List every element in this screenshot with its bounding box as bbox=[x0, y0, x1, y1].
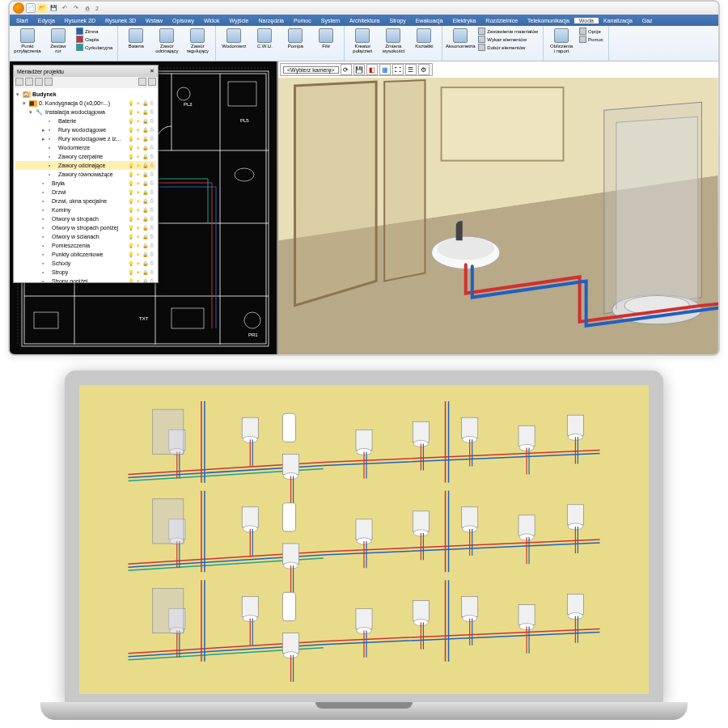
ribbon-button-small[interactable]: Ciepła bbox=[74, 36, 114, 43]
new-icon[interactable]: 📄 bbox=[26, 3, 36, 13]
tool-icon[interactable] bbox=[44, 78, 53, 86]
ribbon-button-small[interactable]: Opcje bbox=[578, 28, 605, 35]
menu-gaz[interactable]: Gaz bbox=[637, 18, 658, 23]
menu-architektura[interactable]: Architektura bbox=[345, 18, 384, 23]
menu-widok[interactable]: Widok bbox=[199, 18, 224, 23]
tree-item[interactable]: ▫Stropy poniżej💡☀🔒⎙ bbox=[15, 277, 156, 282]
redo-icon[interactable]: ↷ bbox=[71, 3, 81, 13]
menu-stropy[interactable]: Stropy bbox=[384, 18, 410, 23]
project-manager-panel[interactable]: Menadżer projektu ✕ ▾🏠Budynek▾▦0. Kondyg… bbox=[13, 65, 159, 283]
menu-rysunek-2d[interactable]: Rysunek 2D bbox=[60, 18, 100, 23]
menu-elektryka[interactable]: Elektryka bbox=[448, 18, 481, 23]
menu-narzędzia[interactable]: Narzędzia bbox=[253, 18, 289, 23]
layers-icon[interactable]: ☰ bbox=[405, 64, 417, 75]
view-front-icon[interactable]: ▦ bbox=[379, 64, 391, 75]
ribbon-button[interactable]: Kreator połączeń bbox=[348, 28, 377, 54]
tool-icon[interactable] bbox=[35, 78, 43, 86]
ribbon-button-small[interactable]: Zestawienie materiałów bbox=[476, 28, 540, 35]
menu-wstaw[interactable]: Wstaw bbox=[141, 18, 167, 23]
tree-install[interactable]: ▾🔧Instalacja wodociągowa💡☀🔒⎙ bbox=[15, 108, 156, 116]
svg-rect-70 bbox=[567, 415, 583, 435]
ribbon-group: Kreator połączeńZmiana wysokościKształtk… bbox=[345, 26, 442, 61]
menu-opisowy[interactable]: Opisowy bbox=[167, 18, 199, 23]
ribbon-button[interactable]: Punkt przyłączenia bbox=[13, 28, 42, 54]
nav-cube-icon[interactable]: ◧ bbox=[366, 64, 378, 75]
ribbon-button[interactable]: Filtr bbox=[311, 28, 341, 49]
tree-item[interactable]: ▫Schody💡☀🔒⎙ bbox=[15, 259, 156, 268]
ribbon-button-small[interactable]: Zimna bbox=[74, 28, 114, 35]
settings-icon[interactable]: ⚙ bbox=[418, 64, 430, 75]
tree-item[interactable]: ▫Baterie💡☀🔒⎙ bbox=[15, 116, 156, 125]
menu-system[interactable]: System bbox=[316, 18, 345, 23]
laptop-base bbox=[40, 702, 688, 720]
faucet-icon bbox=[456, 221, 463, 240]
laptop-device bbox=[65, 370, 663, 720]
ribbon-button[interactable]: Obliczenia i raport bbox=[547, 28, 576, 54]
svg-rect-150 bbox=[153, 588, 184, 633]
menu-ewakuacja[interactable]: Ewakuacja bbox=[411, 18, 448, 23]
ribbon-button[interactable]: Zawór odcinający bbox=[152, 28, 181, 54]
menu-kanalizacja[interactable]: Kanalizacja bbox=[599, 18, 637, 23]
save-view-icon[interactable]: 💾 bbox=[353, 64, 365, 75]
menu-rozdzielnice[interactable]: Rozdzielnice bbox=[480, 18, 523, 23]
menu-wyjście[interactable]: Wyjście bbox=[224, 18, 253, 23]
tree-item[interactable]: ▫Bryła💡☀🔒⎙ bbox=[15, 179, 156, 188]
menu-pomoc[interactable]: Pomoc bbox=[289, 18, 316, 23]
tree-item[interactable]: ▸▫Rury wodociągowe z iz...💡☀🔒⎙ bbox=[15, 134, 156, 143]
open-icon[interactable]: 📂 bbox=[37, 3, 47, 13]
tree-item[interactable]: ▫Zawory czerpalne💡☀🔒⎙ bbox=[15, 152, 156, 161]
menu-rysunek-3d[interactable]: Rysunek 3D bbox=[100, 18, 141, 23]
tree-root[interactable]: ▾🏠Budynek bbox=[15, 90, 156, 99]
menu-edycja[interactable]: Edycja bbox=[33, 18, 60, 23]
close-icon[interactable]: ✕ bbox=[150, 68, 154, 74]
menu-telekomunikacja[interactable]: Telekomunikacja bbox=[523, 18, 574, 23]
tool-icon[interactable] bbox=[138, 78, 146, 86]
project-tree[interactable]: ▾🏠Budynek▾▦0. Kondygnacja 0 (±0,00=...)💡… bbox=[14, 88, 158, 282]
svg-rect-54 bbox=[356, 430, 372, 450]
print-icon[interactable]: ⎙ bbox=[83, 3, 92, 13]
ribbon-button[interactable]: Kształtki bbox=[409, 28, 438, 49]
save-icon[interactable]: 💾 bbox=[49, 3, 58, 13]
tree-item[interactable]: ▫Drzwi, okna specjalne💡☀🔒⎙ bbox=[15, 197, 156, 205]
tree-item[interactable]: ▫Zawory równoważące💡☀🔒⎙ bbox=[15, 170, 156, 179]
ribbon-button-small[interactable]: Cyrkulacyjna bbox=[74, 44, 114, 51]
tree-item[interactable]: ▫Wodomierze💡☀🔒⎙ bbox=[15, 143, 156, 152]
ribbon-button-small[interactable]: Dobór elementów bbox=[476, 44, 540, 51]
tree-item[interactable]: ▫Drzwi💡☀🔒⎙ bbox=[15, 188, 156, 197]
menu-woda[interactable]: Woda bbox=[574, 18, 599, 23]
ribbon-button[interactable]: C.W.U. bbox=[250, 28, 279, 49]
tree-floor[interactable]: ▾▦0. Kondygnacja 0 (±0,00=...)💡☀🔒⎙ bbox=[15, 99, 156, 108]
ribbon-button[interactable]: Zmiana wysokości bbox=[379, 28, 408, 54]
ribbon-group: WodomierzC.W.U.PompaFiltr bbox=[216, 26, 345, 61]
tree-item[interactable]: ▫Pomieszczenia💡☀🔒⎙ bbox=[15, 241, 156, 250]
ribbon-button-small[interactable]: Pomoc bbox=[578, 36, 605, 43]
tree-item[interactable]: ▫Kominy💡☀🔒⎙ bbox=[15, 205, 156, 214]
ribbon-button[interactable]: Zestaw rur bbox=[44, 28, 73, 54]
axonometric-plumbing-view[interactable] bbox=[79, 385, 649, 694]
svg-rect-151 bbox=[282, 592, 295, 620]
tree-item[interactable]: ▫Otwory w stropach poniżej💡☀🔒⎙ bbox=[15, 223, 156, 232]
tool-icon[interactable] bbox=[148, 78, 156, 86]
undo-icon[interactable]: ↶ bbox=[60, 3, 70, 13]
tree-item[interactable]: ▫Stropy💡☀🔒⎙ bbox=[15, 268, 156, 277]
ribbon-button[interactable]: Bateria bbox=[121, 28, 150, 49]
tool-icon[interactable] bbox=[25, 78, 33, 86]
camera-select[interactable]: <Wybierz kamerę> bbox=[283, 66, 339, 74]
ribbon-button[interactable]: Pompa bbox=[281, 28, 310, 49]
tool-icon[interactable] bbox=[15, 78, 23, 86]
svg-rect-75 bbox=[282, 413, 295, 442]
main-menubar: StartEdycjaRysunek 2DRysunek 3DWstawOpis… bbox=[10, 15, 718, 26]
ribbon-button[interactable]: Zawór regulujący bbox=[183, 28, 212, 54]
menu-start[interactable]: Start bbox=[11, 18, 33, 23]
tree-item[interactable]: ▸▫Rury wodociągowe💡☀🔒⎙ bbox=[15, 125, 156, 134]
ribbon-button[interactable]: Wodomierz bbox=[219, 28, 248, 49]
fullscreen-icon[interactable]: ⛶ bbox=[392, 64, 404, 75]
tree-item[interactable]: ▫Zawory odcinające💡☀🔒⎙ bbox=[15, 161, 156, 170]
view-3d[interactable]: <Wybierz kamerę> ⟳ 💾 ◧ ▦ ⛶ ☰ ⚙ bbox=[277, 61, 718, 354]
ribbon-button[interactable]: Aksonometria bbox=[446, 28, 475, 49]
tree-item[interactable]: ▫Otwory w ścianach💡☀🔒⎙ bbox=[15, 232, 156, 241]
tree-item[interactable]: ▫Otwory w stropach💡☀🔒⎙ bbox=[15, 214, 156, 223]
refresh-icon[interactable]: ⟳ bbox=[341, 64, 352, 75]
ribbon-button-small[interactable]: Wykaz elementów bbox=[476, 36, 540, 43]
tree-item[interactable]: ▫Punkty obliczeniowe💡☀🔒⎙ bbox=[15, 250, 156, 259]
